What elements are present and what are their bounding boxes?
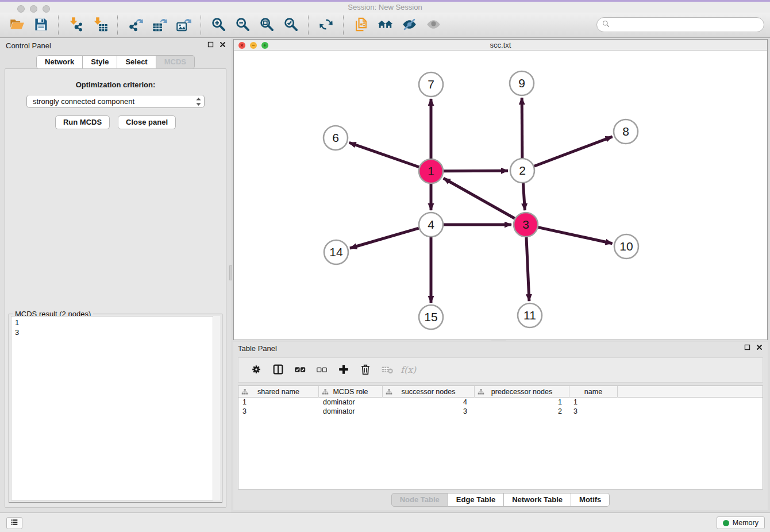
toolbar-separator [308,16,309,35]
table-settings-gear-button[interactable] [245,360,267,380]
deselect-all-checkboxes-icon [315,363,328,377]
table-cell[interactable]: 4 [383,398,475,407]
column-header-MCDS-role[interactable]: MCDS role [319,386,383,398]
graph-node-4[interactable]: 4 [419,213,443,237]
mcds-result-list[interactable]: 1 3 [11,316,220,500]
table-cell[interactable]: 1 [238,398,319,407]
import-network-button[interactable] [64,14,88,36]
search-field[interactable] [596,17,764,32]
table-cell[interactable]: 3 [569,407,618,416]
graph-node-3[interactable]: 3 [514,213,538,237]
table-row[interactable]: 1dominator411 [238,398,763,407]
graph-edge-1-6[interactable] [349,142,419,167]
table-tab-network-table[interactable]: Network Table [504,493,571,507]
optimization-criterion-label: Optimization criterion: [5,80,226,89]
graph-node-6[interactable]: 6 [324,126,348,150]
table-cell[interactable]: 3 [238,407,319,416]
select-all-checkboxes-icon [294,363,306,377]
table-row[interactable]: 3dominator323 [238,407,763,416]
control-tab-network[interactable]: Network [36,55,83,69]
graph-node-8[interactable]: 8 [614,119,638,144]
vertical-splitter-grip[interactable] [229,265,232,280]
add-column-plus-button[interactable] [333,360,355,380]
graph-node-2[interactable]: 2 [510,159,534,183]
column-header-shared-name[interactable]: shared name [238,386,319,398]
table-cell[interactable]: 1 [569,398,618,407]
graph-node-7[interactable]: 7 [419,72,443,97]
delete-column-trash-icon [359,363,372,377]
table-tab-node-table[interactable]: Node Table [391,493,448,507]
task-history-button[interactable] [6,517,22,529]
graph-node-11[interactable]: 11 [518,303,542,327]
select-all-checkboxes-button[interactable] [289,360,311,380]
save-session-button[interactable] [29,14,53,36]
column-header-successor-nodes[interactable]: successor nodes [383,386,475,398]
graph-node-14[interactable]: 14 [324,240,348,264]
table-panel-tabs: Node TableEdge TableNetwork TableMotifs [233,493,768,507]
graph-edge-2-9[interactable] [522,98,522,158]
graph-node-label: 4 [428,218,434,231]
control-panel-float-icon[interactable] [207,40,214,48]
deselect-all-checkboxes-button[interactable] [311,360,333,380]
table-panel-close-icon[interactable] [756,343,763,350]
memory-button[interactable]: Memory [717,516,765,529]
close-panel-button[interactable]: Close panel [118,115,176,129]
zoom-in-button[interactable] [206,14,230,36]
graph-edge-4-14[interactable] [350,228,419,248]
table-toolbar: f(x) [238,357,763,383]
table-cell[interactable]: 3 [383,407,475,416]
control-tab-select[interactable]: Select [117,55,156,69]
table-cell[interactable]: dominator [319,407,383,416]
control-tab-mcds[interactable]: MCDS [156,55,195,69]
criterion-selected-value: strongly connected component [33,97,134,106]
open-session-button[interactable] [5,14,29,36]
run-mcds-button[interactable]: Run MCDS [55,115,110,129]
table-panel-float-icon[interactable] [744,343,751,350]
graph-node-9[interactable]: 9 [510,71,534,95]
mcds-result-scrollbar[interactable] [213,316,220,500]
column-header-name[interactable]: name [569,386,618,398]
control-panel-tabs: NetworkStyleSelectMCDS [0,55,231,69]
refresh-view-button[interactable] [314,14,338,36]
zoom-fit-button[interactable] [255,14,279,36]
graph-node-label: 7 [428,78,434,91]
show-graphics-details-button[interactable] [421,14,445,36]
import-table-button[interactable] [88,14,112,36]
zoom-out-button[interactable] [230,14,255,36]
graph-edge-2-8[interactable] [534,137,613,166]
zoom-fit-icon [259,17,275,34]
column-header-predecessor-nodes[interactable]: predecessor nodes [475,386,569,398]
memory-label: Memory [733,519,759,527]
import-table-icon [93,17,108,34]
graph-node-15[interactable]: 15 [419,305,443,329]
hide-graphics-details-button[interactable] [397,14,421,36]
zoom-selected-button[interactable] [279,14,303,36]
graph-edge-3-11[interactable] [526,237,529,301]
graph-edge-2-3[interactable] [523,183,525,210]
table-tab-motifs[interactable]: Motifs [571,493,610,507]
control-panel-close-icon[interactable] [219,40,226,48]
home-view-button[interactable] [373,14,397,36]
split-panel-columns-button[interactable] [267,360,289,380]
table-cell[interactable]: 1 [475,398,569,407]
criterion-dropdown[interactable]: strongly connected component [26,95,205,108]
network-window-title: scc.txt [234,41,767,49]
table-tab-edge-table[interactable]: Edge Table [448,493,504,507]
export-image-button[interactable] [171,14,195,36]
export-table-button[interactable] [147,14,171,36]
delete-column-trash-button[interactable] [355,360,376,380]
graph-edge-1-2[interactable] [444,171,508,171]
graph-node-1[interactable]: 1 [419,159,443,183]
toolbar-separator [58,16,59,35]
graph-node-10[interactable]: 10 [614,234,638,259]
network-graph-canvas[interactable]: 1234678910111415 [234,51,767,340]
table-cell[interactable]: 2 [475,407,569,416]
application-window: Session: New Session Control Panel Netwo… [0,0,770,532]
clone-network-button[interactable] [349,14,373,36]
search-input[interactable] [610,21,764,29]
table-cell[interactable]: dominator [319,398,383,407]
control-tab-style[interactable]: Style [83,55,117,69]
graph-edge-3-1[interactable] [444,178,515,218]
graph-edge-3-10[interactable] [538,228,612,244]
export-network-button[interactable] [123,14,147,36]
